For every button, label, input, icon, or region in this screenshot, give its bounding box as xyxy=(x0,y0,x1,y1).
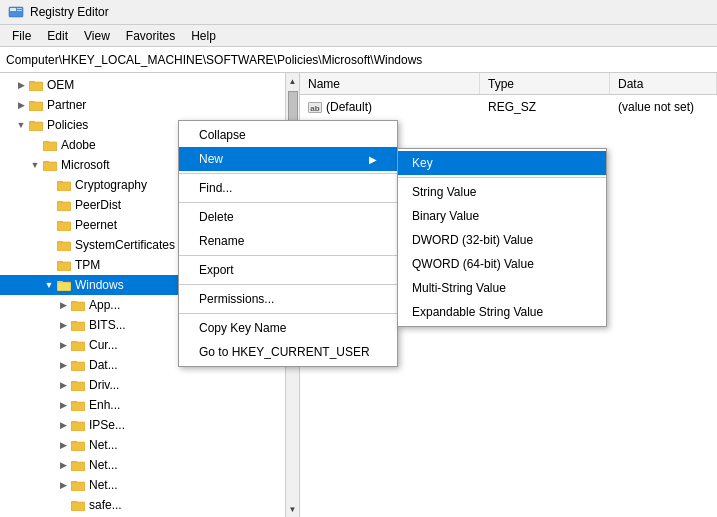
svg-rect-22 xyxy=(57,202,71,211)
ctx-export[interactable]: Export xyxy=(179,258,397,282)
menu-edit[interactable]: Edit xyxy=(39,27,76,45)
sub-item-string[interactable]: String Value xyxy=(398,180,606,204)
expand-arrow-policies xyxy=(14,115,28,135)
folder-icon-systemcert xyxy=(56,237,72,253)
svg-rect-55 xyxy=(71,422,85,431)
svg-rect-19 xyxy=(57,182,71,191)
sub-item-multistring[interactable]: Multi-String Value xyxy=(398,276,606,300)
tree-label-net3: Net... xyxy=(89,478,118,492)
expand-arrow-microsoft xyxy=(28,155,42,175)
ctx-find[interactable]: Find... xyxy=(179,176,397,200)
folder-icon-windows xyxy=(56,277,72,293)
tree-label-tpm: TPM xyxy=(75,258,100,272)
expand-arrow-enh xyxy=(56,395,70,415)
menu-help[interactable]: Help xyxy=(183,27,224,45)
tree-label-dat: Dat... xyxy=(89,358,118,372)
col-header-type: Type xyxy=(480,73,610,94)
tree-label-oem: OEM xyxy=(47,78,74,92)
ctx-copykey[interactable]: Copy Key Name xyxy=(179,316,397,340)
sub-item-qword[interactable]: QWORD (64-bit) Value xyxy=(398,252,606,276)
tree-item-safe[interactable]: safe... xyxy=(0,495,285,515)
tree-label-microsoft: Microsoft xyxy=(61,158,110,172)
folder-icon-peerdist xyxy=(56,197,72,213)
menu-view[interactable]: View xyxy=(76,27,118,45)
context-menu[interactable]: Collapse New ▶ Find... Delete Rename Exp… xyxy=(178,120,398,367)
sub-item-dword[interactable]: DWORD (32-bit) Value xyxy=(398,228,606,252)
expand-arrow-bits xyxy=(56,315,70,335)
tree-item-driv[interactable]: Driv... xyxy=(0,375,285,395)
expand-arrow-partner xyxy=(14,95,28,115)
tree-label-safe: safe... xyxy=(89,498,122,512)
submenu-arrow-icon: ▶ xyxy=(369,154,377,165)
scroll-up-arrow[interactable]: ▲ xyxy=(286,73,300,89)
svg-rect-25 xyxy=(57,222,71,231)
ctx-sep-2 xyxy=(179,202,397,203)
sub-item-key[interactable]: Key xyxy=(398,151,606,175)
expand-arrow-dat xyxy=(56,355,70,375)
data-cell-name: ab (Default) xyxy=(300,100,480,114)
folder-icon-microsoft xyxy=(42,157,58,173)
data-cell-type: REG_SZ xyxy=(480,100,610,114)
tree-item-ipse[interactable]: IPSe... xyxy=(0,415,285,435)
tree-label-cryptography: Cryptography xyxy=(75,178,147,192)
folder-icon-ipse xyxy=(70,417,86,433)
expand-arrow-driv xyxy=(56,375,70,395)
tree-item-net2[interactable]: Net... xyxy=(0,455,285,475)
tree-label-enh: Enh... xyxy=(89,398,120,412)
ctx-sep-5 xyxy=(179,313,397,314)
reg-value-icon: ab xyxy=(308,102,322,113)
sub-item-expandable[interactable]: Expandable String Value xyxy=(398,300,606,324)
ctx-rename[interactable]: Rename xyxy=(179,229,397,253)
sub-item-binary[interactable]: Binary Value xyxy=(398,204,606,228)
tree-item-net1[interactable]: Net... xyxy=(0,435,285,455)
address-path[interactable]: Computer\HKEY_LOCAL_MACHINE\SOFTWARE\Pol… xyxy=(6,53,711,67)
data-row-default[interactable]: ab (Default) REG_SZ (value not set) xyxy=(300,97,717,117)
menu-file[interactable]: File xyxy=(4,27,39,45)
ctx-sep-4 xyxy=(179,284,397,285)
folder-icon-bits xyxy=(70,317,86,333)
sub-sep-1 xyxy=(398,177,606,178)
registry-editor-icon xyxy=(8,4,24,20)
tree-label-cur: Cur... xyxy=(89,338,118,352)
expand-arrow-net1 xyxy=(56,435,70,455)
menu-favorites[interactable]: Favorites xyxy=(118,27,183,45)
tree-item-net3[interactable]: Net... xyxy=(0,475,285,495)
folder-icon-cryptography xyxy=(56,177,72,193)
ctx-goto[interactable]: Go to HKEY_CURRENT_USER xyxy=(179,340,397,364)
svg-rect-13 xyxy=(43,142,57,151)
folder-icon-tpm xyxy=(56,257,72,273)
tree-item-enh[interactable]: Enh... xyxy=(0,395,285,415)
svg-rect-37 xyxy=(71,302,85,311)
folder-icon-enh xyxy=(70,397,86,413)
svg-rect-43 xyxy=(71,342,85,351)
svg-rect-40 xyxy=(71,322,85,331)
svg-rect-46 xyxy=(71,362,85,371)
scroll-down-arrow[interactable]: ▼ xyxy=(286,501,300,517)
folder-icon-dat xyxy=(70,357,86,373)
tree-label-net2: Net... xyxy=(89,458,118,472)
ctx-new[interactable]: New ▶ xyxy=(179,147,397,171)
svg-rect-4 xyxy=(29,82,43,91)
folder-icon-adobe xyxy=(42,137,58,153)
folder-icon-net1 xyxy=(70,437,86,453)
svg-rect-2 xyxy=(17,8,22,9)
tree-item-partner[interactable]: Partner xyxy=(0,95,285,115)
svg-rect-16 xyxy=(43,162,57,171)
ctx-delete[interactable]: Delete xyxy=(179,205,397,229)
folder-icon-net3 xyxy=(70,477,86,493)
svg-rect-28 xyxy=(57,242,71,251)
tree-label-app: App... xyxy=(89,298,120,312)
ctx-collapse[interactable]: Collapse xyxy=(179,123,397,147)
address-bar: Computer\HKEY_LOCAL_MACHINE\SOFTWARE\Pol… xyxy=(0,47,717,73)
tree-label-peerdist: PeerDist xyxy=(75,198,121,212)
tree-label-windows: Windows xyxy=(75,278,124,292)
folder-icon-partner xyxy=(28,97,44,113)
expand-arrow-net2 xyxy=(56,455,70,475)
ctx-permissions[interactable]: Permissions... xyxy=(179,287,397,311)
svg-rect-7 xyxy=(29,102,43,111)
folder-icon-oem xyxy=(28,77,44,93)
tree-item-oem[interactable]: OEM xyxy=(0,75,285,95)
expand-arrow-cur xyxy=(56,335,70,355)
submenu[interactable]: Key String Value Binary Value DWORD (32-… xyxy=(397,148,607,327)
svg-rect-64 xyxy=(71,482,85,491)
